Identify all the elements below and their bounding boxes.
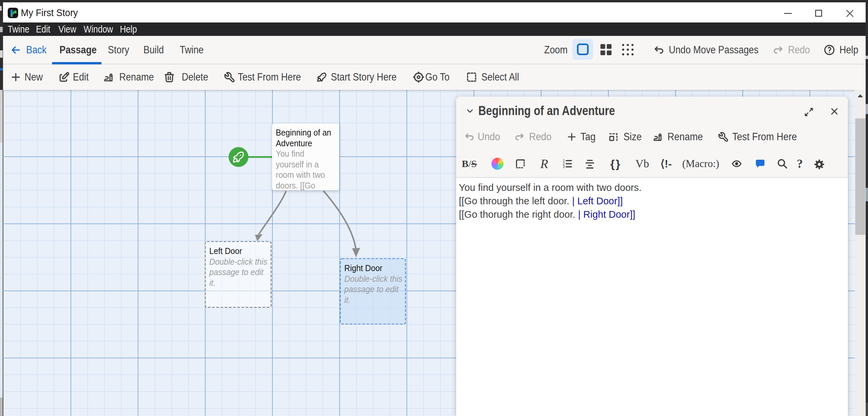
- svg-text:3: 3: [563, 165, 565, 169]
